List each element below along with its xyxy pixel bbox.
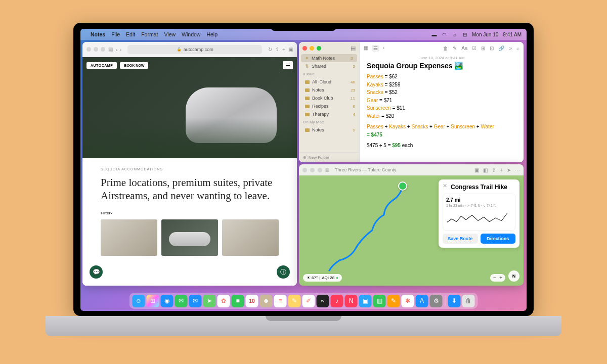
dock-downloads[interactable]: ⬇: [448, 295, 461, 307]
dock-photos[interactable]: ✿: [218, 295, 230, 307]
new-tab-icon[interactable]: +: [282, 47, 285, 52]
dock-facetime[interactable]: ■: [232, 295, 244, 307]
dock-reminders[interactable]: ≡: [274, 295, 287, 307]
dock-pages[interactable]: ✎: [387, 295, 400, 307]
dock-trash[interactable]: 🗑: [462, 295, 475, 307]
app-name[interactable]: Notes: [91, 31, 105, 37]
compass-button[interactable]: N: [508, 270, 519, 282]
sidebar-math-notes[interactable]: ✦ Math Notes 3: [301, 54, 357, 62]
control-center-icon[interactable]: ⊟: [462, 32, 467, 37]
search-icon[interactable]: ⌕: [516, 46, 519, 51]
headline: Prime locations, premium suites, private…: [101, 176, 279, 203]
search-icon[interactable]: ⌕: [452, 32, 457, 37]
dock-tv[interactable]: tv: [317, 295, 329, 307]
minimize-button[interactable]: [310, 168, 315, 172]
menubar-date[interactable]: Mon Jun 10: [472, 32, 498, 37]
dock-settings[interactable]: ⚙: [430, 295, 443, 307]
chat-fab[interactable]: 💬: [90, 265, 103, 279]
more-icon[interactable]: »: [509, 46, 512, 51]
zoom-button[interactable]: [318, 168, 322, 172]
dock-keynote[interactable]: ▣: [359, 295, 372, 307]
accessibility-fab[interactable]: ⓘ: [277, 265, 290, 279]
back-button[interactable]: ‹: [116, 47, 118, 53]
note-title[interactable]: Sequoia Group Expenses 🏞️: [360, 62, 524, 73]
share-icon[interactable]: ⇪: [275, 47, 279, 52]
close-button[interactable]: [302, 168, 307, 172]
thumbnail-3[interactable]: [222, 219, 279, 256]
dock-contacts[interactable]: ☻: [260, 295, 273, 307]
save-route-button[interactable]: Save Route: [443, 234, 478, 244]
menu-icon[interactable]: ☰: [283, 61, 293, 69]
sidebar-book-club[interactable]: Book Club11: [299, 94, 359, 102]
list-view-icon[interactable]: ☰: [372, 45, 379, 52]
dock-appstore[interactable]: A: [416, 295, 428, 307]
zoom-button[interactable]: [317, 46, 321, 51]
format-icon[interactable]: Aa: [461, 46, 467, 51]
sidebar-toggle-icon[interactable]: ▤: [325, 167, 330, 172]
dock-mail[interactable]: ✉: [189, 295, 202, 307]
media-icon[interactable]: ⊡: [490, 46, 494, 51]
minimize-button[interactable]: [94, 47, 98, 52]
map-location-icon[interactable]: ➤: [507, 167, 511, 173]
tabs-icon[interactable]: ▣: [288, 47, 293, 52]
map-pin[interactable]: [398, 181, 407, 191]
dock-freeform[interactable]: ✐: [302, 295, 315, 307]
back-icon[interactable]: ‹: [383, 45, 384, 52]
battery-icon[interactable]: ▬: [431, 32, 437, 37]
dock-messages[interactable]: ✉: [175, 295, 188, 307]
directions-button[interactable]: Directions: [481, 234, 516, 244]
close-button[interactable]: [302, 46, 307, 51]
zoom-button[interactable]: [101, 47, 105, 52]
sidebar-mac-notes[interactable]: Notes9: [299, 126, 359, 134]
note-body[interactable]: Passes = $62 Kayaks = $259 Snacks = $52 …: [360, 73, 524, 150]
minimize-button[interactable]: [310, 46, 314, 51]
checklist-icon[interactable]: ☑: [472, 46, 476, 51]
wifi-icon[interactable]: ◠: [442, 32, 447, 37]
zoom-out-button[interactable]: −: [493, 275, 496, 281]
sidebar-notes[interactable]: Notes23: [299, 86, 359, 94]
thumbnail-1[interactable]: [101, 219, 157, 256]
table-icon[interactable]: ⊞: [481, 46, 485, 51]
dock-passwords[interactable]: ✱: [402, 295, 414, 307]
thumbnail-2[interactable]: [161, 219, 218, 256]
menubar: Notes File Edit Format View Window Help …: [80, 29, 527, 40]
dock-safari[interactable]: ◉: [161, 295, 174, 307]
dock-news[interactable]: N: [345, 295, 358, 307]
sidebar-toggle-icon[interactable]: ▤: [108, 47, 113, 52]
dock-notes[interactable]: ✎: [288, 295, 301, 307]
dock-numbers[interactable]: ▥: [373, 295, 386, 307]
filter-label[interactable]: Filter•: [101, 211, 279, 215]
map-more-icon[interactable]: ⋯: [515, 167, 520, 173]
dock-maps[interactable]: ➤: [203, 295, 216, 307]
reload-icon[interactable]: ↻: [268, 47, 272, 52]
map-share-icon[interactable]: ⇪: [492, 167, 496, 173]
dock-launchpad[interactable]: ⊞: [147, 295, 159, 307]
close-button[interactable]: [86, 47, 91, 52]
map-layer-icon[interactable]: ◧: [483, 167, 488, 173]
dock-calendar[interactable]: 10: [246, 295, 258, 307]
trash-icon[interactable]: 🗑: [443, 46, 448, 51]
sidebar-all-icloud[interactable]: All iCloud48: [299, 78, 359, 86]
menubar-time[interactable]: 9:41 AM: [503, 32, 522, 37]
link-icon[interactable]: 🔗: [498, 46, 504, 51]
forward-button[interactable]: ›: [120, 47, 122, 53]
sidebar-toggle-icon[interactable]: ▤: [351, 45, 356, 52]
dock-music[interactable]: ♪: [331, 295, 343, 307]
close-icon[interactable]: ✕: [443, 183, 447, 189]
weather-chip[interactable]: ☀ 67° | AQI 28 ●: [303, 274, 342, 282]
sidebar-shared[interactable]: ⇅ Shared 2: [299, 62, 359, 70]
sidebar-recipes[interactable]: Recipes6: [299, 102, 359, 110]
new-folder-button[interactable]: ⊕New Folder: [299, 152, 359, 162]
book-now-button[interactable]: BOOK NOW: [120, 62, 148, 69]
gallery-view-icon[interactable]: ▦: [364, 45, 368, 52]
dock-finder[interactable]: ☺: [133, 295, 145, 307]
sidebar-therapy[interactable]: Therapy4: [299, 110, 359, 118]
lock-icon: 🔒: [177, 47, 182, 52]
site-logo[interactable]: AUTOCAMP: [86, 62, 117, 69]
map-plus-icon[interactable]: +: [500, 167, 503, 173]
zoom-in-button[interactable]: +: [499, 275, 502, 281]
notes-toolbar: ▦ ☰ ‹ 🗑 ✎ Aa ☑ ⊞ ⊡ 🔗 » ⌕: [360, 42, 524, 54]
address-bar[interactable]: 🔒 autocamp.com: [127, 45, 262, 54]
compose-icon[interactable]: ✎: [453, 46, 457, 51]
map-mode-icon[interactable]: ▣: [474, 167, 479, 173]
